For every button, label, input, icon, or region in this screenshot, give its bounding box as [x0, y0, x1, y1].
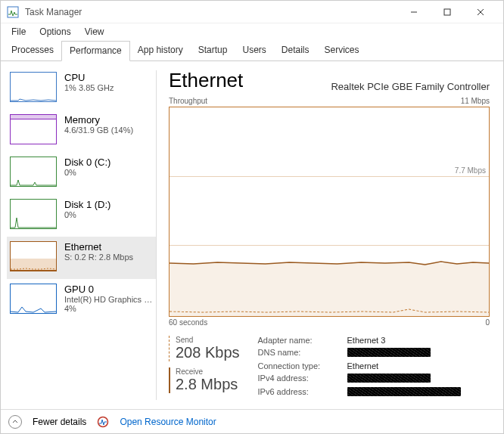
- tab-app-history[interactable]: App history: [130, 41, 191, 61]
- sidebar-item-sub: 0%: [64, 210, 110, 219]
- gpu-thumbnail: [10, 284, 57, 314]
- sidebar-item-sub: S: 0.2 R: 2.8 Mbps: [64, 253, 133, 262]
- sidebar-item-label: Disk 0 (C:): [64, 157, 110, 168]
- dns-name-label: DNS name:: [258, 348, 341, 358]
- tab-services[interactable]: Services: [317, 41, 367, 61]
- ipv4-label: IPv4 address:: [258, 374, 341, 384]
- main-area: CPU 1% 3.85 GHz Memory 4.6/31.9 GB (14%)…: [1, 61, 503, 409]
- graph-x-right: 0: [485, 318, 490, 327]
- sidebar-item-label: GPU 0: [64, 284, 153, 295]
- menu-file[interactable]: File: [5, 25, 32, 39]
- tab-performance[interactable]: Performance: [61, 41, 130, 61]
- cpu-thumbnail: [10, 72, 57, 102]
- receive-value: 2.8 Mbps: [176, 376, 240, 393]
- sidebar-item-ethernet[interactable]: Ethernet S: 0.2 R: 2.8 Mbps: [7, 237, 156, 279]
- graph-label-right: 11 Mbps: [461, 97, 490, 105]
- memory-thumbnail: [10, 114, 57, 144]
- detail-title: Ethernet: [169, 69, 243, 92]
- minimize-button[interactable]: [397, 1, 431, 23]
- sidebar-item-memory[interactable]: Memory 4.6/31.9 GB (14%): [7, 110, 156, 152]
- send-value: 208 Kbps: [176, 344, 240, 361]
- resource-monitor-icon: [97, 416, 109, 428]
- sidebar-item-disk1[interactable]: Disk 1 (D:) 0%: [7, 194, 156, 237]
- window-title: Task Manager: [25, 7, 82, 17]
- tab-strip: Processes Performance App history Startu…: [1, 40, 503, 61]
- menu-view[interactable]: View: [79, 25, 110, 39]
- ethernet-thumbnail: [10, 241, 57, 271]
- menubar: File Options View: [1, 23, 503, 40]
- close-button[interactable]: [464, 1, 497, 23]
- graph-x-left: 60 seconds: [169, 318, 207, 327]
- connection-type-label: Connection type:: [258, 361, 341, 370]
- ipv6-value: [347, 387, 461, 398]
- sidebar-item-label: Memory: [64, 114, 133, 126]
- tab-processes[interactable]: Processes: [4, 41, 61, 61]
- graph-send-line: [170, 305, 489, 315]
- titlebar: Task Manager: [1, 1, 503, 23]
- fewer-details-button[interactable]: Fewer details: [33, 417, 86, 427]
- sidebar-item-sub: 1% 3.85 GHz: [64, 83, 114, 92]
- maximize-button[interactable]: [431, 1, 464, 23]
- sidebar-item-label: Disk 1 (D:): [64, 199, 110, 210]
- ipv4-value: [347, 374, 461, 384]
- menu-options[interactable]: Options: [33, 25, 76, 39]
- throughput-graph: 7.7 Mbps: [169, 107, 490, 317]
- sidebar-item-cpu[interactable]: CPU 1% 3.85 GHz: [7, 67, 156, 110]
- bottom-bar: Fewer details Open Resource Monitor: [1, 409, 503, 433]
- svg-rect-2: [444, 9, 450, 15]
- graph-label-left: Throughput: [169, 97, 207, 105]
- sidebar-item-sub2: 4%: [64, 304, 153, 313]
- send-stat: Send 208 Kbps: [169, 336, 240, 361]
- sidebar-item-label: CPU: [64, 72, 114, 83]
- sidebar-item-sub: Intel(R) HD Graphics P46: [64, 295, 153, 304]
- adapter-name-label: Adapter name:: [258, 336, 341, 345]
- tab-users[interactable]: Users: [235, 41, 273, 61]
- disk-thumbnail: [10, 199, 57, 229]
- adapter-info: Adapter name: Ethernet 3 DNS name: Conne…: [258, 336, 461, 398]
- send-label: Send: [176, 336, 240, 344]
- graph-ytick: 7.7 Mbps: [455, 166, 486, 174]
- receive-stat: Receive 2.8 Mbps: [169, 367, 240, 393]
- tab-details[interactable]: Details: [274, 41, 317, 61]
- sidebar-item-gpu[interactable]: GPU 0 Intel(R) HD Graphics P46 4%: [7, 279, 156, 321]
- tab-startup[interactable]: Startup: [191, 41, 235, 61]
- receive-label: Receive: [176, 367, 240, 376]
- task-manager-icon: [7, 6, 19, 18]
- disk-thumbnail: [10, 157, 57, 187]
- connection-type-value: Ethernet: [347, 361, 461, 370]
- chevron-up-icon[interactable]: [8, 415, 22, 429]
- detail-panel: Ethernet Realtek PCIe GBE Family Control…: [157, 61, 503, 409]
- adapter-name-value: Ethernet 3: [347, 336, 461, 345]
- sidebar-item-label: Ethernet: [64, 241, 133, 253]
- detail-subtitle: Realtek PCIe GBE Family Controller: [331, 81, 490, 92]
- sidebar-item-sub: 4.6/31.9 GB (14%): [64, 126, 133, 135]
- resource-list: CPU 1% 3.85 GHz Memory 4.6/31.9 GB (14%)…: [1, 61, 156, 409]
- open-resource-monitor-link[interactable]: Open Resource Monitor: [120, 417, 216, 427]
- ipv6-label: IPv6 address:: [258, 387, 341, 398]
- sidebar-item-disk0[interactable]: Disk 0 (C:) 0%: [7, 152, 156, 194]
- dns-name-value: [347, 348, 461, 358]
- sidebar-item-sub: 0%: [64, 168, 110, 177]
- graph-receive-line: [170, 257, 489, 269]
